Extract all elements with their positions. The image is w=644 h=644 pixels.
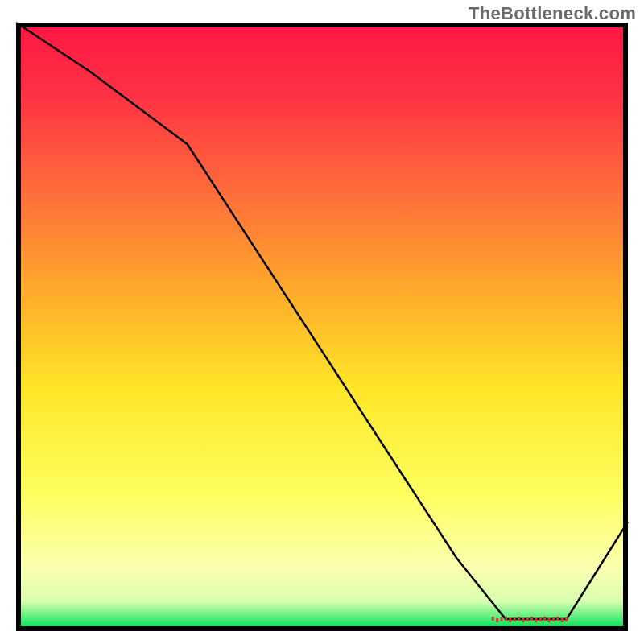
- svg-rect-8: [526, 617, 529, 621]
- bottleneck-chart: [0, 0, 644, 644]
- svg-rect-15: [556, 617, 559, 621]
- svg-rect-1: [496, 618, 498, 622]
- chart-background: [19, 25, 625, 629]
- svg-rect-13: [548, 618, 551, 622]
- svg-rect-6: [518, 617, 520, 621]
- svg-rect-3: [505, 617, 507, 621]
- svg-rect-4: [509, 618, 511, 622]
- svg-rect-10: [535, 618, 537, 622]
- svg-rect-17: [565, 617, 568, 621]
- svg-rect-16: [561, 618, 564, 622]
- svg-rect-5: [514, 617, 516, 621]
- svg-rect-9: [530, 617, 533, 621]
- svg-rect-7: [522, 618, 524, 622]
- svg-rect-2: [501, 617, 503, 621]
- svg-rect-0: [492, 617, 494, 621]
- svg-rect-11: [539, 617, 542, 621]
- svg-rect-14: [552, 617, 555, 621]
- svg-rect-12: [543, 617, 546, 621]
